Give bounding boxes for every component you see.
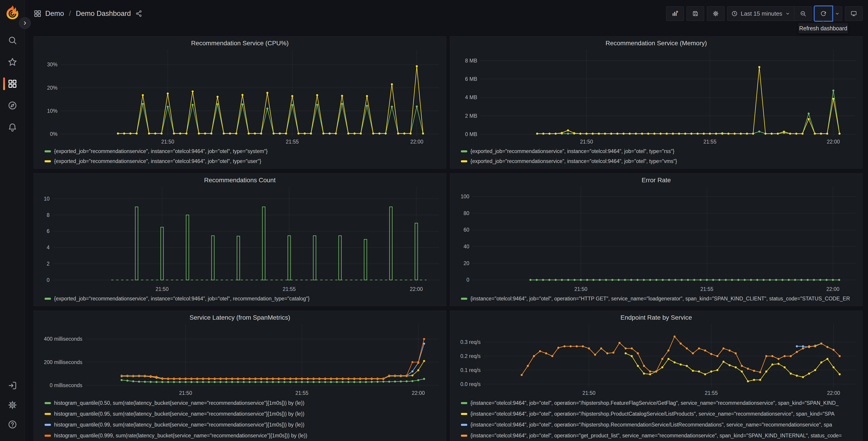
chevron-down-icon [835,11,840,16]
legend-item[interactable]: {exported_job="recommendationservice", i… [44,146,443,156]
panel-title[interactable]: Endpoint Rate by Service [453,313,859,322]
legend-item[interactable]: histogram_quantile(0.999, sum(rate(laten… [44,430,443,441]
cpu-chart[interactable]: 0%10%20%30%21:5021:5522:00 [37,48,443,145]
legend-item[interactable]: {exported_job="recommendationservice", i… [461,156,859,166]
svg-text:22:00: 22:00 [410,139,423,145]
apps-grid-icon[interactable] [33,9,42,18]
legend-item[interactable]: histogram_quantile(0.50, sum(rate(latenc… [44,398,443,408]
panel-title[interactable]: Service Latency (from SpanMetrics) [37,313,443,322]
legend-label: {instance="otelcol:9464", job="otel", op… [470,400,839,406]
sidebar-item-settings[interactable] [0,395,25,415]
legend-swatch [44,424,51,426]
add-panel-button[interactable] [666,6,684,21]
zoom-out-button[interactable] [794,6,812,21]
time-range-picker[interactable]: Last 15 minutes [727,6,794,21]
svg-text:22:00: 22:00 [410,286,423,292]
legend-item[interactable]: histogram_quantile(0.99, sum(rate(latenc… [44,419,443,430]
breadcrumb-page[interactable]: Demo Dashboard [76,9,131,18]
legend-swatch [461,150,467,152]
service-latency-chart[interactable]: 0 milliseconds200 milliseconds400 millis… [37,322,443,396]
svg-text:200 milliseconds: 200 milliseconds [44,359,82,365]
legend-label: histogram_quantile(0.99, sum(rate(latenc… [54,422,304,428]
svg-text:20%: 20% [47,85,58,91]
kiosk-mode-button[interactable] [845,6,863,21]
chevron-down-icon [785,11,790,16]
sidebar-item-search[interactable] [0,29,25,51]
svg-text:0.2 req/s: 0.2 req/s [461,353,481,359]
svg-text:22:00: 22:00 [827,139,840,145]
gear-icon [712,10,719,17]
svg-text:21:50: 21:50 [574,286,587,292]
refresh-tooltip-label: Refresh dashboard [799,25,847,32]
sidebar-item-starred[interactable] [0,51,25,73]
breadcrumb-section[interactable]: Demo [45,9,64,18]
time-range-label: Last 15 minutes [741,10,782,17]
search-icon [7,35,18,45]
legend-item[interactable]: {exported_job="recommendationservice", i… [461,146,859,156]
panel-title[interactable]: Error Rate [453,176,859,185]
recommendations-count-legend: {exported_job="recommendationservice", i… [37,294,443,303]
refresh-interval-dropdown[interactable] [832,6,842,21]
svg-text:22:00: 22:00 [827,390,840,396]
legend-item[interactable]: {exported_job="recommendationservice", i… [44,294,443,303]
legend-item[interactable]: {instance="otelcol:9464", job="otel", op… [461,430,859,441]
refresh-button[interactable] [815,6,832,21]
service-latency-legend: histogram_quantile(0.50, sum(rate(latenc… [37,398,443,441]
refresh-icon [820,10,827,17]
legend-item[interactable]: {instance="otelcol:9464", job="otel", op… [461,398,859,408]
grafana-logo[interactable] [6,5,19,20]
dashboard-grid: Recommendation Service (CPU%) 0%10%20%30… [25,27,868,441]
sidebar-item-explore[interactable] [0,95,25,116]
panel-title[interactable]: Recommendations Count [37,176,443,185]
panel-title[interactable]: Recommendation Service (Memory) [453,39,859,48]
legend-item[interactable]: {instance="otelcol:9464", job="otel", op… [461,408,859,419]
svg-text:10%: 10% [47,108,58,114]
help-icon [7,419,18,430]
legend-item[interactable]: histogram_quantile(0.95, sum(rate(latenc… [44,408,443,419]
sidebar-expand-button[interactable] [19,17,31,29]
svg-text:21:55: 21:55 [283,286,296,292]
legend-label: histogram_quantile(0.50, sum(rate(latenc… [54,400,304,406]
legend-label: {exported_job="recommendationservice", i… [54,296,310,302]
panel-recommendations-count: Recommendations Count 024681021:5021:552… [33,173,446,306]
svg-text:0 milliseconds: 0 milliseconds [50,382,82,388]
svg-text:6 MB: 6 MB [465,76,477,82]
sidebar-item-dashboards[interactable] [0,73,25,95]
panel-title[interactable]: Recommendation Service (CPU%) [37,39,443,48]
panel-service-latency: Service Latency (from SpanMetrics) 0 mil… [33,311,446,441]
svg-text:2 MB: 2 MB [465,113,477,119]
bell-icon [7,122,18,132]
legend-label: histogram_quantile(0.95, sum(rate(latenc… [54,411,304,417]
legend-label: histogram_quantile(0.999, sum(rate(laten… [54,433,307,439]
error-rate-chart[interactable]: 02040608010021:5021:5522:00 [453,185,859,293]
svg-text:6: 6 [46,228,50,234]
svg-text:80: 80 [463,210,469,216]
legend-item[interactable]: {instance="otelcol:9464", job="otel", op… [461,419,859,430]
panel-recommendation-cpu: Recommendation Service (CPU%) 0%10%20%30… [33,36,446,169]
svg-text:21:55: 21:55 [705,390,718,396]
compass-icon [7,100,18,111]
panel-recommendation-memory: Recommendation Service (Memory) 0 MB2 MB… [450,36,863,169]
legend-swatch [461,413,467,415]
endpoint-rate-chart[interactable]: 0.0 req/s0.1 req/s0.2 req/s0.3 req/s21:5… [453,322,859,396]
svg-text:400 milliseconds: 400 milliseconds [44,336,82,342]
svg-text:0.1 req/s: 0.1 req/s [461,367,481,373]
share-icon[interactable] [135,10,143,17]
recommendations-count-chart[interactable]: 024681021:5021:5522:00 [37,185,443,293]
legend-swatch [44,150,51,152]
save-dashboard-button[interactable] [686,6,704,21]
sidebar-item-alerting[interactable] [0,116,25,138]
sidebar-item-help[interactable] [0,415,25,434]
legend-swatch [44,402,51,404]
legend-label: {exported_job="recommendationservice", i… [54,148,268,154]
sidebar-item-sign-in[interactable] [0,376,25,395]
dashboard-settings-button[interactable] [707,6,724,21]
legend-item[interactable]: {exported_job="recommendationservice", i… [44,156,443,166]
svg-text:21:55: 21:55 [700,286,713,292]
legend-item[interactable]: {instance="otelcol:9464", job="otel", op… [461,294,859,303]
panel-endpoint-rate: Endpoint Rate by Service 0.0 req/s0.1 re… [450,311,863,441]
svg-text:21:50: 21:50 [161,139,175,145]
memory-chart[interactable]: 0 MB2 MB4 MB6 MB8 MB21:5021:5522:00 [453,48,859,145]
svg-text:22:00: 22:00 [826,286,839,292]
legend-label: {instance="otelcol:9464", job="otel", op… [470,433,842,439]
